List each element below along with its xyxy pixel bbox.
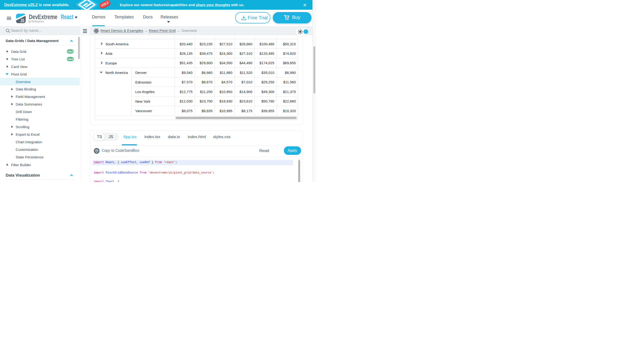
svg-text:JS: JS <box>20 18 24 23</box>
